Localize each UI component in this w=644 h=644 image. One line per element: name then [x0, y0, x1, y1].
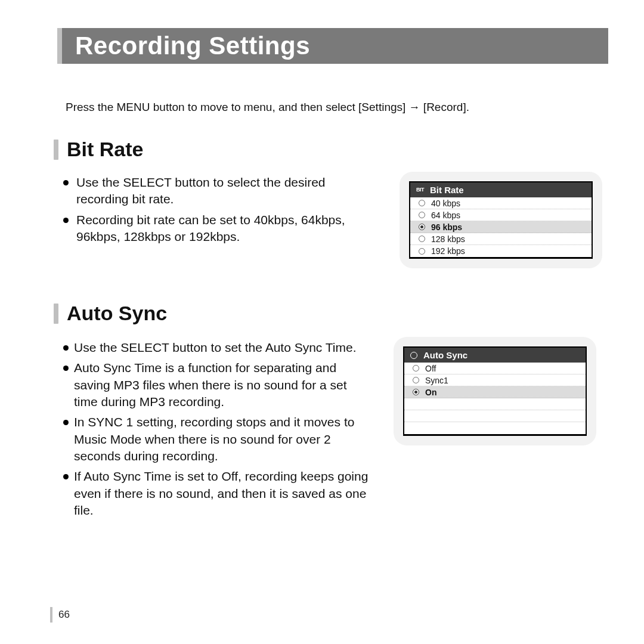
heading-accent-bar: [54, 304, 58, 324]
bullet-item: Use the SELECT button to set the Auto Sy…: [63, 339, 373, 356]
option-row[interactable]: 40 kbps: [410, 197, 592, 209]
option-list: Off Sync1 On . . .: [404, 363, 586, 434]
page-title: Recording Settings: [62, 32, 310, 60]
bullet-item: Auto Sync Time is a function for separat…: [63, 360, 373, 410]
bullet-list: Use the SELECT button to select the desi…: [63, 174, 379, 245]
option-row-empty: .: [404, 410, 586, 422]
option-row-empty: .: [404, 422, 586, 434]
option-row[interactable]: 192 kbps: [410, 245, 592, 257]
page-title-banner: Recording Settings: [62, 28, 608, 64]
bitrate-text-column: Use the SELECT button to select the desi…: [63, 174, 379, 249]
option-label: Off: [425, 364, 436, 373]
device-panel: BIT Bit Rate 40 kbps 64 kbps 96 kbps 128…: [409, 181, 593, 259]
option-label: 128 kbps: [431, 234, 465, 244]
section-bit-rate: Bit Rate Use the SELECT button to select…: [50, 138, 608, 268]
radio-icon: [419, 212, 425, 218]
option-row[interactable]: 64 kbps: [410, 209, 592, 221]
bullet-item: If Auto Sync Time is set to Off, recordi…: [63, 468, 373, 519]
title-accent-bar: [57, 28, 62, 64]
option-row[interactable]: Off: [404, 363, 586, 374]
section-auto-sync: Auto Sync Use the SELECT button to set t…: [50, 302, 608, 522]
page-footer: 66: [50, 607, 70, 623]
option-label: 96 kbps: [431, 222, 462, 232]
panel-header: BIT Bit Rate: [410, 182, 592, 197]
manual-page: Recording Settings Press the MENU button…: [0, 0, 644, 644]
option-label: 40 kbps: [431, 199, 460, 208]
radio-icon: [419, 200, 425, 206]
option-row[interactable]: Sync1: [404, 374, 586, 386]
option-list: 40 kbps 64 kbps 96 kbps 128 kbps 192 kbp…: [410, 197, 592, 257]
panel-header: Auto Sync: [404, 348, 586, 363]
option-row-empty: .: [404, 398, 586, 410]
heading-accent-bar: [54, 140, 58, 160]
option-row[interactable]: 128 kbps: [410, 233, 592, 245]
option-row-selected[interactable]: 96 kbps: [410, 221, 592, 233]
bullet-list: Use the SELECT button to set the Auto Sy…: [63, 339, 373, 519]
footer-accent-bar: [50, 607, 52, 623]
device-panel: Auto Sync Off Sync1 On . . .: [403, 346, 587, 436]
radio-icon: [413, 365, 419, 371]
section-heading: Bit Rate: [54, 138, 608, 161]
intro-text: Press the MENU button to move to menu, a…: [66, 101, 608, 114]
radio-icon: [419, 248, 425, 255]
device-screenshot-bitrate: BIT Bit Rate 40 kbps 64 kbps 96 kbps 128…: [400, 172, 602, 268]
section-title-bitrate: Bit Rate: [67, 138, 143, 161]
device-screenshot-autosync: Auto Sync Off Sync1 On . . .: [394, 337, 596, 445]
radio-icon: [413, 377, 419, 383]
option-label: On: [425, 388, 436, 397]
bullet-item: In SYNC 1 setting, recording stops and i…: [63, 414, 373, 465]
bullet-item: Use the SELECT button to select the desi…: [63, 174, 379, 208]
page-number: 66: [58, 609, 70, 621]
option-row-selected[interactable]: On: [404, 386, 586, 398]
section-heading: Auto Sync: [54, 302, 608, 325]
radio-icon-selected: [413, 389, 419, 395]
bullet-item: Recording bit rate can be set to 40kbps,…: [63, 212, 379, 246]
panel-title: Bit Rate: [430, 185, 464, 195]
autosync-text-column: Use the SELECT button to set the Auto Sy…: [63, 339, 373, 522]
bit-icon: BIT: [416, 187, 424, 193]
sync-icon: [410, 352, 417, 359]
section-title-autosync: Auto Sync: [67, 302, 167, 325]
option-label: 192 kbps: [431, 246, 465, 256]
radio-icon-selected: [419, 224, 425, 230]
option-label: Sync1: [425, 376, 448, 385]
option-label: 64 kbps: [431, 210, 460, 220]
panel-title: Auto Sync: [423, 350, 467, 360]
radio-icon: [419, 236, 425, 242]
